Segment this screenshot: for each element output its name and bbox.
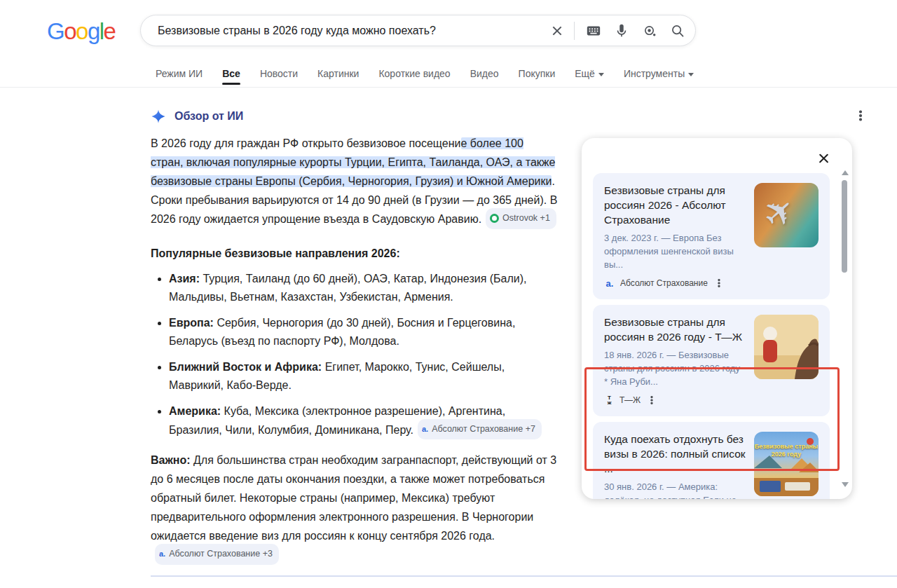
important-bold-label: Важно:	[151, 454, 191, 466]
source-card-domain: Т—Ж	[619, 395, 641, 405]
absolut-favicon-icon: a.	[422, 420, 428, 438]
important-text: Для большинства стран необходим загранпа…	[151, 454, 556, 542]
ai-sparkle-icon	[151, 109, 166, 124]
thumbnail-caption: Безвизовые страны2026 году	[754, 443, 819, 458]
list-item: Америка: Куба, Мексика (электронное разр…	[169, 402, 559, 441]
ai-important-paragraph: Важно: Для большинства стран необходим з…	[151, 451, 559, 566]
tab-more-label: Ещё	[575, 68, 595, 79]
scroll-down-icon[interactable]	[842, 482, 849, 487]
ai-overview-paragraph: В 2026 году для граждан РФ открыто безви…	[151, 134, 559, 231]
ostrovok-favicon-icon	[490, 214, 499, 223]
ai-section-heading: Популярные безвизовые направления 2026:	[151, 247, 559, 260]
ai-overview-title: Обзор от ИИ	[174, 110, 243, 123]
google-logo[interactable]: Google	[47, 18, 115, 45]
chip-label: Абсолют Страхование +3	[169, 545, 273, 563]
tab-all[interactable]: Все	[222, 68, 240, 79]
list-item: Ближний Восток и Африка: Египет, Марокко…	[169, 358, 559, 395]
airplane-icon: ✈	[754, 186, 804, 238]
source-card[interactable]: Безвизовые страны для россиян 2026 - Абс…	[593, 173, 830, 299]
google-search-page: Google Безвизовые страны в 2026 году куд…	[0, 0, 897, 588]
source-card-title: Безвизовые страны для россиян 2026 - Абс…	[604, 183, 746, 227]
bullet-bold-label: Ближний Восток и Африка:	[169, 361, 322, 373]
source-card-highlighted[interactable]: Куда поехать отдохнуть без визы в 2026: …	[593, 422, 830, 499]
bottom-divider	[151, 575, 897, 577]
search-icon[interactable]	[670, 23, 685, 39]
clear-search-icon[interactable]	[552, 25, 563, 36]
logo-letter: o	[76, 18, 88, 44]
source-card-title: Куда поехать отдохнуть без визы в 2026: …	[604, 432, 746, 476]
favicon-letter: ж	[608, 400, 612, 405]
tab-shopping[interactable]: Покупки	[519, 68, 556, 79]
tab-tools[interactable]: Инструменты	[624, 68, 694, 79]
source-chip-absolut[interactable]: a.Абсолют Страхование +7	[418, 419, 542, 439]
result-tabs: Режим ИИ Все Новости Картинки Короткие в…	[156, 68, 694, 79]
bullet-bold-label: Азия:	[169, 273, 200, 285]
card-menu-icon[interactable]	[714, 278, 724, 288]
tab-short-videos[interactable]: Короткие видео	[378, 68, 450, 79]
tj-favicon-icon: Тж	[604, 395, 615, 406]
search-bar[interactable]: Безвизовые страны в 2026 году куда можно…	[140, 15, 696, 46]
tab-news[interactable]: Новости	[260, 68, 298, 79]
tab-tools-label: Инструменты	[624, 68, 685, 79]
logo-letter: o	[64, 18, 76, 44]
tab-videos[interactable]: Видео	[470, 68, 499, 79]
card-menu-icon[interactable]	[647, 395, 657, 405]
bullet-text: Турция, Таиланд (до 60 дней), ОАЭ, Катар…	[169, 273, 527, 303]
source-card-thumbnail[interactable]: ✈	[754, 183, 819, 247]
keyboard-icon[interactable]	[586, 23, 601, 39]
tab-images[interactable]: Картинки	[317, 68, 359, 79]
sources-side-panel: Безвизовые страны для россиян 2026 - Абс…	[582, 138, 852, 499]
camel-desert-image	[754, 315, 819, 379]
chip-label: Абсолют Страхование +7	[432, 420, 535, 438]
search-divider	[574, 22, 575, 40]
source-card-thumbnail[interactable]	[754, 315, 819, 379]
source-card[interactable]: Безвизовые страны для россиян в 2026 год…	[593, 305, 830, 416]
logo-letter: e	[104, 18, 116, 44]
source-card-snippet: 3 дек. 2023 г. — Европа Без оформления ш…	[604, 231, 746, 271]
tab-more[interactable]: Ещё	[575, 68, 604, 79]
bullet-bold-label: Америка:	[169, 405, 221, 417]
source-card-title: Безвизовые страны для россиян в 2026 год…	[604, 315, 746, 344]
chip-label: Ostrovok +1	[502, 209, 550, 228]
chevron-down-icon	[598, 73, 604, 76]
source-card-snippet: 30 янв. 2026 г. — Америка: далёкая, но д…	[604, 480, 746, 499]
close-icon[interactable]	[818, 152, 830, 164]
list-item: Азия: Турция, Таиланд (до 60 дней), ОАЭ,…	[169, 270, 559, 306]
travel-collage-image	[754, 432, 819, 496]
paragraph-text: В 2026 году для граждан РФ открыто безви…	[151, 137, 461, 149]
tab-ai-mode[interactable]: Режим ИИ	[156, 68, 203, 79]
tabs-divider	[0, 87, 897, 88]
ai-bullet-list: Азия: Турция, Таиланд (до 60 дней), ОАЭ,…	[151, 270, 559, 441]
ai-overview-menu-icon[interactable]	[854, 109, 867, 122]
source-chip-ostrovok[interactable]: Ostrovok +1	[486, 208, 556, 229]
absolut-favicon-icon: a.	[604, 278, 615, 289]
source-card-snippet: 18 янв. 2026 г. — Безвизовые страны для …	[604, 348, 746, 388]
chevron-down-icon	[688, 73, 694, 76]
lens-camera-icon[interactable]	[642, 23, 657, 39]
source-chip-absolut[interactable]: a.Абсолют Страхование +3	[155, 544, 279, 565]
list-item: Европа: Сербия, Черногория (до 30 дней),…	[169, 314, 559, 350]
source-card-thumbnail[interactable]: Безвизовые страны2026 году	[754, 432, 819, 496]
search-input[interactable]: Безвизовые страны в 2026 году куда можно…	[158, 25, 552, 37]
bullet-bold-label: Европа:	[169, 317, 214, 329]
scroll-up-icon[interactable]	[842, 170, 849, 175]
ai-overview: Обзор от ИИ В 2026 году для граждан РФ о…	[151, 109, 559, 588]
logo-letter: g	[88, 18, 100, 44]
absolut-favicon-icon: a.	[159, 545, 165, 563]
panel-scrollbar[interactable]	[841, 170, 848, 487]
voice-search-icon[interactable]	[614, 23, 629, 39]
logo-letter: G	[47, 18, 64, 44]
bullet-text: Сербия, Черногория (до 30 дней), Босния …	[169, 317, 515, 347]
scrollbar-thumb[interactable]	[842, 180, 847, 273]
source-card-domain: Абсолют Страхование	[620, 278, 708, 288]
